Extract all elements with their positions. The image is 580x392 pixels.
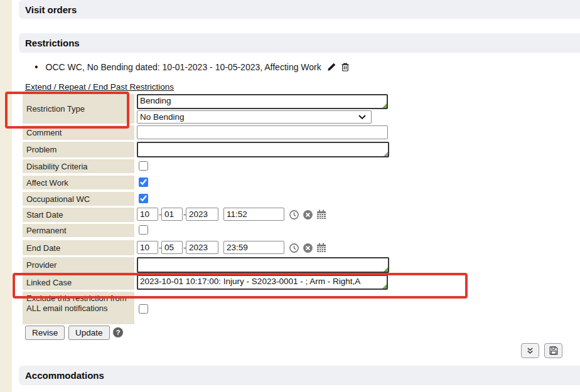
start-year-input[interactable] xyxy=(186,208,218,221)
start-time-input[interactable] xyxy=(223,208,284,221)
section-header-visit-orders: Visit orders xyxy=(19,0,580,19)
restriction-type-select[interactable]: No Bending xyxy=(137,110,372,124)
clock-icon[interactable] xyxy=(289,243,299,253)
update-button[interactable]: Update xyxy=(68,326,110,340)
occupational-wc-checkbox[interactable] xyxy=(139,194,148,203)
restriction-list-item: • OCC WC, No Bending dated: 10-01-2023 -… xyxy=(35,62,350,72)
floppy-disk-icon xyxy=(549,346,559,356)
restrictions-title: Restrictions xyxy=(25,38,80,48)
help-icon[interactable]: ? xyxy=(113,327,123,337)
restriction-type-textarea[interactable]: Bending xyxy=(137,94,388,109)
end-month-input[interactable] xyxy=(137,241,158,254)
clear-circle-icon[interactable] xyxy=(303,243,313,253)
comment-label: Comment xyxy=(23,125,134,140)
disability-criteria-checkbox[interactable] xyxy=(139,161,148,171)
provider-textarea-wrap xyxy=(137,257,389,273)
start-month-input[interactable] xyxy=(137,208,158,221)
linked-case-textarea-wrap: 2023-10-01 10:17:00: Injury - S2023-0001… xyxy=(137,275,388,290)
exclude-email-label: Exclude this restriction from ALL email … xyxy=(23,292,134,324)
permanent-label: Permanent xyxy=(23,224,134,237)
bullet-marker: • xyxy=(35,63,38,72)
accommodations-title: Accommodations xyxy=(25,370,104,381)
double-chevron-down-icon xyxy=(525,346,535,355)
end-year-input[interactable] xyxy=(186,241,218,254)
save-button[interactable] xyxy=(544,343,562,358)
end-date-label: End Date xyxy=(23,240,134,255)
trash-icon[interactable] xyxy=(340,62,350,72)
provider-label: Provider xyxy=(23,257,134,273)
affect-work-checkbox[interactable] xyxy=(139,177,148,187)
linked-case-textarea[interactable]: 2023-10-01 10:17:00: Injury - S2023-0001… xyxy=(137,275,388,290)
revise-button[interactable]: Revise xyxy=(25,326,65,340)
visit-orders-title: Visit orders xyxy=(25,4,77,15)
extend-repeat-end-link[interactable]: Extend / Repeat / End Past Restrictions xyxy=(25,82,174,92)
exclude-email-checkbox[interactable] xyxy=(139,304,148,314)
problem-textarea[interactable] xyxy=(137,142,389,157)
affect-work-label: Affect Work xyxy=(23,176,134,189)
permanent-checkbox[interactable] xyxy=(139,225,148,235)
end-day-input[interactable] xyxy=(161,241,183,254)
clock-icon[interactable] xyxy=(289,209,299,220)
calendar-icon[interactable] xyxy=(316,209,327,220)
start-date-label: Start Date xyxy=(23,208,134,222)
section-header-restrictions: Restrictions xyxy=(19,33,580,53)
restriction-type-textarea-wrap: Bending xyxy=(137,94,388,109)
linked-case-label: Linked Case xyxy=(23,275,134,290)
problem-label: Problem xyxy=(23,142,134,157)
expand-section-button[interactable] xyxy=(521,343,539,358)
calendar-icon[interactable] xyxy=(316,242,327,253)
left-margin-strip xyxy=(0,0,12,392)
comment-input[interactable] xyxy=(137,125,388,139)
start-day-input[interactable] xyxy=(161,208,183,221)
provider-textarea[interactable] xyxy=(137,257,389,273)
restriction-type-select-wrap: No Bending xyxy=(137,110,372,124)
clear-circle-icon[interactable] xyxy=(303,209,313,220)
restrictions-page: Visit orders Restrictions • OCC WC, No B… xyxy=(0,0,580,392)
pencil-icon[interactable] xyxy=(326,62,336,72)
end-time-input[interactable] xyxy=(223,241,284,254)
restriction-item-text: OCC WC, No Bending dated: 10-01-2023 - 1… xyxy=(46,62,321,72)
problem-textarea-wrap xyxy=(137,142,389,157)
occupational-wc-label: Occupational WC xyxy=(23,192,134,206)
section-header-accommodations: Accommodations xyxy=(19,366,580,385)
disability-criteria-label: Disability Criteria xyxy=(23,159,134,173)
restriction-type-label: Restriction Type xyxy=(23,94,134,124)
